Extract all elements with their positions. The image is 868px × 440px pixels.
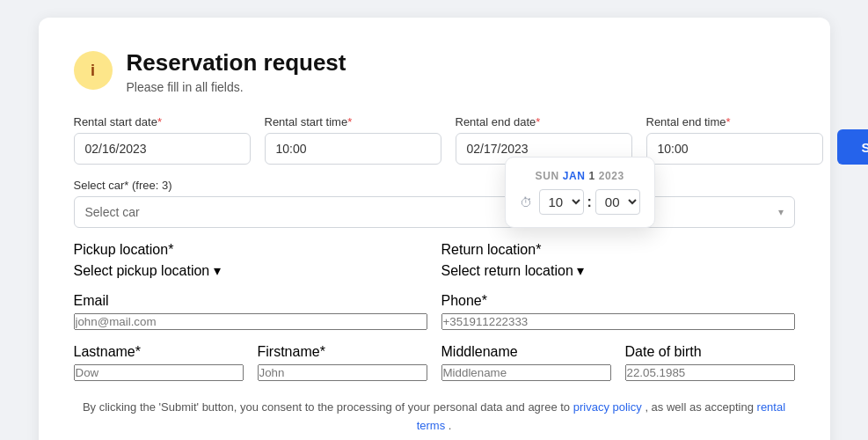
- pickup-location-dropdown[interactable]: Select pickup location ▾: [74, 262, 427, 279]
- timepicker-minute-select[interactable]: 00 15 30 45: [595, 189, 640, 215]
- location-row: Pickup location* Select pickup location …: [74, 242, 795, 279]
- email-input[interactable]: [74, 313, 427, 330]
- middlename-label: Middlename: [441, 344, 611, 360]
- select-car-label: Select car* (free: 3): [74, 179, 795, 192]
- pickup-location-field: Pickup location* Select pickup location …: [74, 242, 427, 279]
- personal-row: Lastname* Firstname* Middlename Date of …: [74, 344, 795, 381]
- footer-text: By clicking the 'Submit' button, you con…: [74, 399, 795, 436]
- rental-start-date-input[interactable]: [74, 133, 251, 165]
- timepicker-time: ⏱ 10 11 12 : 00 15 30 45: [520, 189, 640, 215]
- timepicker-date: 1: [588, 170, 594, 182]
- return-location-label: Return location*: [441, 242, 795, 258]
- lastname-input[interactable]: [74, 364, 244, 381]
- timepicker-day: SUN: [536, 170, 559, 182]
- email-field: Email: [74, 293, 427, 330]
- timepicker-date-label: SUN JAN 1 2023: [536, 170, 624, 182]
- clock-icon: ⏱: [520, 195, 532, 209]
- phone-field: Phone*: [441, 293, 795, 330]
- pickup-location-value: Select pickup location: [74, 263, 210, 278]
- firstname-input[interactable]: [258, 364, 427, 381]
- return-location-value: Select return location: [441, 263, 573, 278]
- dob-input[interactable]: [625, 364, 795, 381]
- privacy-policy-link[interactable]: privacy policy: [573, 400, 642, 414]
- rental-start-date-field: Rental start date*: [74, 115, 251, 165]
- rental-end-time-label: Rental end time*: [646, 115, 823, 128]
- rental-start-time-field: Rental start time*: [265, 115, 441, 165]
- header-text: Reservation request Please fill in all f…: [127, 49, 346, 94]
- page-subtitle: Please fill in all fields.: [127, 80, 346, 94]
- rental-start-time-label: Rental start time*: [265, 115, 441, 128]
- pickup-location-label: Pickup location*: [74, 242, 427, 258]
- timepicker-colon: :: [587, 194, 592, 210]
- rental-start-time-input[interactable]: [265, 133, 441, 165]
- reservation-card: i Reservation request Please fill in all…: [39, 18, 830, 440]
- dates-row: Rental start date* Rental start time* Re…: [74, 115, 795, 165]
- rental-end-date-label: Rental end date*: [456, 115, 632, 128]
- chevron-down-icon: ▾: [577, 263, 584, 278]
- return-location-dropdown[interactable]: Select return location ▾: [441, 262, 795, 279]
- card-header: i Reservation request Please fill in all…: [74, 49, 795, 94]
- lastname-label: Lastname*: [74, 344, 244, 360]
- select-car-field: Select car* (free: 3) Select car ▾: [74, 179, 795, 228]
- phone-label: Phone*: [441, 293, 795, 309]
- middlename-field: Middlename: [441, 344, 611, 381]
- select-car-row: Select car* (free: 3) Select car ▾: [74, 179, 795, 228]
- chevron-down-icon: ▾: [778, 206, 784, 218]
- page-title: Reservation request: [127, 49, 346, 77]
- rental-end-time-field: Rental end time*: [646, 115, 823, 165]
- timepicker-popup: SUN JAN 1 2023 ⏱ 10 11 12 : 00 15 30 45: [505, 157, 655, 228]
- timepicker-hour-select[interactable]: 10 11 12: [539, 189, 584, 215]
- select-car-dropdown[interactable]: Select car ▾: [74, 196, 795, 228]
- lastname-field: Lastname*: [74, 344, 244, 381]
- middlename-input[interactable]: [441, 364, 611, 381]
- firstname-label: Firstname*: [258, 344, 427, 360]
- info-icon: i: [74, 51, 113, 90]
- rental-start-date-label: Rental start date*: [74, 115, 251, 128]
- firstname-field: Firstname*: [258, 344, 427, 381]
- dob-label: Date of birth: [625, 344, 795, 360]
- phone-input[interactable]: [441, 313, 795, 330]
- email-label: Email: [74, 293, 427, 309]
- chevron-down-icon: ▾: [214, 263, 221, 278]
- dob-field: Date of birth: [625, 344, 795, 381]
- search-button[interactable]: Search: [837, 129, 869, 165]
- rental-end-time-input[interactable]: [646, 133, 823, 165]
- contact-row: Email Phone*: [74, 293, 795, 330]
- return-location-field: Return location* Select return location …: [441, 242, 795, 279]
- timepicker-year: 2023: [599, 170, 624, 182]
- timepicker-month: JAN: [563, 170, 586, 182]
- select-car-value: Select car: [85, 205, 140, 219]
